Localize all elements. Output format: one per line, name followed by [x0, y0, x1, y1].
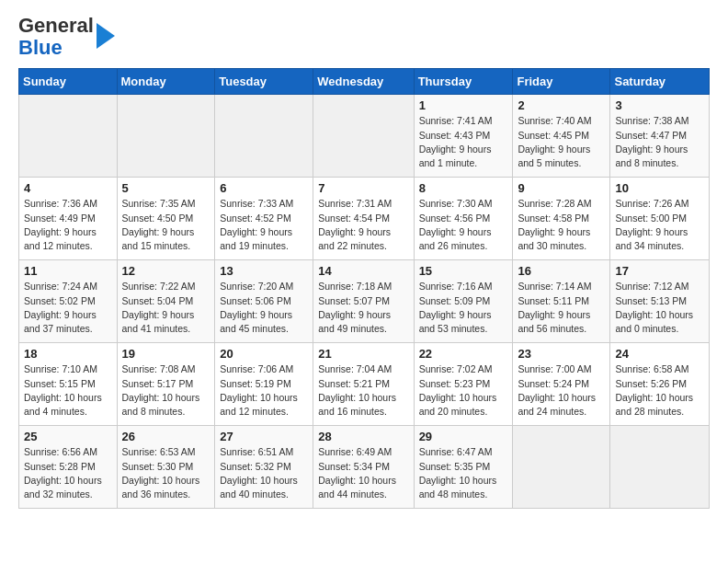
day-info: Sunrise: 7:35 AMSunset: 4:50 PMDaylight:… — [122, 197, 210, 253]
day-info: Sunrise: 7:14 AMSunset: 5:11 PMDaylight:… — [518, 280, 605, 336]
calendar-cell — [313, 95, 414, 178]
day-info: Sunrise: 6:56 AMSunset: 5:28 PMDaylight:… — [24, 445, 112, 501]
weekday-header-friday: Friday — [513, 69, 610, 95]
day-number: 15 — [419, 264, 508, 278]
day-info: Sunrise: 7:28 AMSunset: 4:58 PMDaylight:… — [518, 197, 605, 253]
day-info: Sunrise: 7:38 AMSunset: 4:47 PMDaylight:… — [615, 114, 704, 170]
weekday-header-tuesday: Tuesday — [215, 69, 313, 95]
weekday-header-wednesday: Wednesday — [313, 69, 414, 95]
day-number: 10 — [615, 181, 704, 195]
calendar-cell: 21Sunrise: 7:04 AMSunset: 5:21 PMDayligh… — [313, 343, 414, 426]
calendar-cell: 4Sunrise: 7:36 AMSunset: 4:49 PMDaylight… — [19, 178, 118, 260]
calendar-cell: 19Sunrise: 7:08 AMSunset: 5:17 PMDayligh… — [117, 343, 215, 426]
day-number: 16 — [518, 264, 605, 278]
day-info: Sunrise: 7:08 AMSunset: 5:17 PMDaylight:… — [122, 362, 210, 419]
day-number: 6 — [220, 181, 308, 195]
day-info: Sunrise: 7:20 AMSunset: 5:06 PMDaylight:… — [220, 280, 308, 336]
day-info: Sunrise: 7:00 AMSunset: 5:24 PMDaylight:… — [518, 362, 605, 419]
calendar-cell: 7Sunrise: 7:31 AMSunset: 4:54 PMDaylight… — [313, 178, 414, 260]
day-number: 19 — [122, 347, 210, 361]
day-info: Sunrise: 7:04 AMSunset: 5:21 PMDaylight:… — [318, 362, 408, 419]
calendar-cell: 3Sunrise: 7:38 AMSunset: 4:47 PMDaylight… — [610, 95, 710, 178]
day-info: Sunrise: 6:47 AMSunset: 5:35 PMDaylight:… — [419, 445, 508, 501]
logo: General Blue — [18, 15, 115, 59]
day-number: 18 — [24, 347, 112, 361]
day-number: 12 — [122, 264, 210, 278]
day-info: Sunrise: 7:02 AMSunset: 5:23 PMDaylight:… — [419, 362, 508, 419]
calendar-cell — [117, 95, 215, 178]
weekday-header-monday: Monday — [117, 69, 215, 95]
calendar-week-4: 25Sunrise: 6:56 AMSunset: 5:28 PMDayligh… — [19, 426, 710, 509]
logo-general: General — [18, 14, 94, 37]
day-info: Sunrise: 7:30 AMSunset: 4:56 PMDaylight:… — [419, 197, 508, 253]
day-number: 22 — [419, 347, 508, 361]
day-info: Sunrise: 7:41 AMSunset: 4:43 PMDaylight:… — [419, 114, 508, 170]
day-info: Sunrise: 7:26 AMSunset: 5:00 PMDaylight:… — [615, 197, 704, 253]
day-number: 13 — [220, 264, 308, 278]
weekday-header-sunday: Sunday — [19, 69, 118, 95]
day-number: 29 — [419, 430, 508, 443]
calendar-cell: 26Sunrise: 6:53 AMSunset: 5:30 PMDayligh… — [117, 426, 215, 509]
calendar-cell: 23Sunrise: 7:00 AMSunset: 5:24 PMDayligh… — [513, 343, 610, 426]
day-info: Sunrise: 7:31 AMSunset: 4:54 PMDaylight:… — [318, 197, 408, 253]
weekday-header-thursday: Thursday — [414, 69, 513, 95]
calendar-cell: 25Sunrise: 6:56 AMSunset: 5:28 PMDayligh… — [19, 426, 118, 509]
calendar-cell: 13Sunrise: 7:20 AMSunset: 5:06 PMDayligh… — [215, 260, 313, 343]
calendar-week-1: 4Sunrise: 7:36 AMSunset: 4:49 PMDaylight… — [19, 178, 710, 260]
day-info: Sunrise: 7:36 AMSunset: 4:49 PMDaylight:… — [24, 197, 112, 253]
calendar-cell — [19, 95, 118, 178]
calendar-cell — [610, 426, 710, 509]
calendar-cell: 24Sunrise: 6:58 AMSunset: 5:26 PMDayligh… — [610, 343, 710, 426]
day-info: Sunrise: 7:18 AMSunset: 5:07 PMDaylight:… — [318, 280, 408, 336]
logo-blue: Blue — [18, 36, 63, 59]
page-header: General Blue — [18, 15, 710, 59]
calendar-cell: 5Sunrise: 7:35 AMSunset: 4:50 PMDaylight… — [117, 178, 215, 260]
calendar-cell: 2Sunrise: 7:40 AMSunset: 4:45 PMDaylight… — [513, 95, 610, 178]
calendar-cell: 1Sunrise: 7:41 AMSunset: 4:43 PMDaylight… — [414, 95, 513, 178]
calendar-cell: 27Sunrise: 6:51 AMSunset: 5:32 PMDayligh… — [215, 426, 313, 509]
day-info: Sunrise: 6:49 AMSunset: 5:34 PMDaylight:… — [318, 445, 408, 501]
day-number: 17 — [615, 264, 704, 278]
calendar-cell: 12Sunrise: 7:22 AMSunset: 5:04 PMDayligh… — [117, 260, 215, 343]
calendar-cell: 29Sunrise: 6:47 AMSunset: 5:35 PMDayligh… — [414, 426, 513, 509]
calendar-header: SundayMondayTuesdayWednesdayThursdayFrid… — [19, 69, 710, 95]
day-number: 5 — [122, 181, 210, 195]
calendar-cell: 9Sunrise: 7:28 AMSunset: 4:58 PMDaylight… — [513, 178, 610, 260]
day-number: 11 — [24, 264, 112, 278]
calendar-cell — [513, 426, 610, 509]
day-info: Sunrise: 7:16 AMSunset: 5:09 PMDaylight:… — [419, 280, 508, 336]
calendar-cell: 6Sunrise: 7:33 AMSunset: 4:52 PMDaylight… — [215, 178, 313, 260]
day-number: 14 — [318, 264, 408, 278]
weekday-header-saturday: Saturday — [610, 69, 710, 95]
day-number: 3 — [615, 98, 704, 112]
calendar-cell: 14Sunrise: 7:18 AMSunset: 5:07 PMDayligh… — [313, 260, 414, 343]
calendar-week-3: 18Sunrise: 7:10 AMSunset: 5:15 PMDayligh… — [19, 343, 710, 426]
day-number: 2 — [518, 98, 605, 112]
day-number: 23 — [518, 347, 605, 361]
day-number: 27 — [220, 430, 308, 443]
day-number: 8 — [419, 181, 508, 195]
calendar-cell: 17Sunrise: 7:12 AMSunset: 5:13 PMDayligh… — [610, 260, 710, 343]
calendar-week-2: 11Sunrise: 7:24 AMSunset: 5:02 PMDayligh… — [19, 260, 710, 343]
calendar-body: 1Sunrise: 7:41 AMSunset: 4:43 PMDaylight… — [19, 95, 710, 509]
day-info: Sunrise: 6:58 AMSunset: 5:26 PMDaylight:… — [615, 362, 704, 419]
day-number: 25 — [24, 430, 112, 443]
calendar-cell — [215, 95, 313, 178]
calendar-cell: 8Sunrise: 7:30 AMSunset: 4:56 PMDaylight… — [414, 178, 513, 260]
day-number: 7 — [318, 181, 408, 195]
calendar-cell: 20Sunrise: 7:06 AMSunset: 5:19 PMDayligh… — [215, 343, 313, 426]
calendar-cell: 16Sunrise: 7:14 AMSunset: 5:11 PMDayligh… — [513, 260, 610, 343]
day-number: 4 — [24, 181, 112, 195]
day-number: 20 — [220, 347, 308, 361]
day-number: 28 — [318, 430, 408, 443]
day-number: 26 — [122, 430, 210, 443]
day-info: Sunrise: 6:51 AMSunset: 5:32 PMDaylight:… — [220, 445, 308, 501]
calendar-week-0: 1Sunrise: 7:41 AMSunset: 4:43 PMDaylight… — [19, 95, 710, 178]
day-info: Sunrise: 7:40 AMSunset: 4:45 PMDaylight:… — [518, 114, 605, 170]
day-info: Sunrise: 7:22 AMSunset: 5:04 PMDaylight:… — [122, 280, 210, 336]
day-info: Sunrise: 6:53 AMSunset: 5:30 PMDaylight:… — [122, 445, 210, 501]
day-number: 21 — [318, 347, 408, 361]
day-number: 9 — [518, 181, 605, 195]
calendar-table: SundayMondayTuesdayWednesdayThursdayFrid… — [18, 68, 710, 509]
weekday-header-row: SundayMondayTuesdayWednesdayThursdayFrid… — [19, 69, 710, 95]
